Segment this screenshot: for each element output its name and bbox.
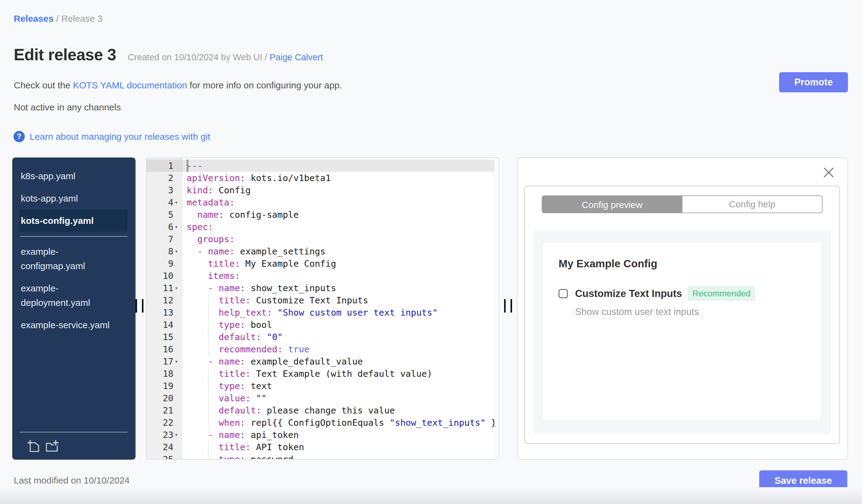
file-item-example-configmap.yaml[interactable]: example-configmap.yaml [19,240,128,277]
bottom-gradient [0,487,862,504]
channel-status: Not active in any channels [14,102,121,112]
git-help-row: ? Learn about managing your releases wit… [13,131,210,142]
line-number: 8 [168,245,173,257]
file-list-divider [20,236,128,237]
line-number: 18 [163,368,173,380]
config-preview-panel: Config previewConfig help My Example Con… [517,158,848,460]
code-line-12: 12 title: Customize Text Inputs [146,294,494,306]
git-releases-link[interactable]: Learn about managing your releases with … [30,132,210,142]
line-number: 19 [163,380,173,392]
preview-tabs: Config previewConfig help [542,196,823,213]
created-meta: Created on 10/10/2024 by Web UI / Paige … [128,52,323,62]
code-line-21: 21 default: please change this value [146,404,494,416]
line-number: 15 [163,331,173,343]
sidebar-footer [19,432,128,460]
code-line-15: 15 default: "0" [146,331,494,343]
fold-toggle-icon[interactable]: ▾ [173,245,183,257]
file-sidebar: k8s-app.yamlkots-app.yamlkots-config.yam… [12,158,135,460]
config-group-title: My Example Config [559,257,820,270]
kots-yaml-docs-link[interactable]: KOTS YAML documentation [73,80,187,90]
file-item-example-service.yaml[interactable]: example-service.yaml [19,314,128,336]
line-number: 3 [168,184,173,196]
fold-toggle-icon[interactable]: ▾ [173,355,183,368]
author-link[interactable]: Paige Calvert [270,52,323,62]
code-line-25: 25 type: password [146,453,494,460]
line-number: 14 [163,319,173,331]
fold-toggle-icon[interactable]: ▾ [173,221,183,233]
config-item-row: Customize Text Inputs Recommended [559,286,820,301]
code-line-13: 13 help_text: "Show custom user text inp… [146,306,494,319]
code-line-6: 6▾spec: [146,221,494,233]
code-line-19: 19 type: text [146,380,494,392]
config-item-help-text: Show custom user text inputs [575,306,820,317]
code-line-18: 18 title: Text Example (with default val… [146,368,494,380]
add-file-icon[interactable] [26,439,41,453]
yaml-code-editor[interactable]: 1---2apiVersion: kots.io/v1beta13kind: C… [146,158,499,460]
line-number: 17 [163,355,173,368]
recommended-badge: Recommended [688,286,756,301]
docs-line: Check out the KOTS YAML documentation fo… [14,80,342,91]
code-line-24: 24 title: API token [146,441,494,453]
question-mark-icon: ? [13,131,25,142]
breadcrumb-releases-link[interactable]: Releases [14,13,53,24]
file-item-kots-app.yaml[interactable]: kots-app.yaml [19,187,128,210]
code-line-2: 2apiVersion: kots.io/v1beta1 [146,172,494,184]
line-number: 5 [168,209,173,221]
save-release-button[interactable]: Save release [759,470,847,491]
code-line-11: 11▾ - name: show_text_inputs [146,282,494,294]
docs-after: for more info on configuring your app. [187,80,342,90]
line-number: 9 [168,257,173,270]
breadcrumb-current: Release 3 [61,13,103,24]
code-lines: 1---2apiVersion: kots.io/v1beta13kind: C… [146,160,494,460]
line-number: 11 [163,282,173,294]
fold-toggle-icon[interactable]: ▾ [173,429,183,441]
code-line-3: 3kind: Config [146,184,494,196]
line-number: 10 [163,270,173,282]
file-item-k8s-app.yaml[interactable]: k8s-app.yaml [19,165,128,187]
code-line-22: 22 when: repl{{ ConfigOptionEquals "show… [146,416,494,429]
title-row: Edit release 3 Created on 10/10/2024 by … [14,45,323,64]
line-number: 13 [163,306,173,319]
line-number: 20 [163,392,173,404]
page-title: Edit release 3 [14,45,116,64]
code-line-23: 23▾ - name: api_token [146,429,494,441]
promote-button[interactable]: Promote [779,72,848,92]
file-list: k8s-app.yamlkots-app.yamlkots-config.yam… [12,158,135,336]
line-number: 25 [163,453,173,460]
code-line-5: 5 name: config-sample [146,209,494,221]
code-line-4: 4▾metadata: [146,196,494,209]
config-form: My Example Config Customize Text Inputs … [543,243,820,420]
last-modified-text: Last modified on 10/10/2024 [14,475,130,486]
code-line-14: 14 type: bool [146,319,494,331]
config-render-area: My Example Config Customize Text Inputs … [534,230,831,434]
code-line-1: 1--- [146,160,494,172]
sidebar-resize-handle[interactable] [135,299,144,313]
customize-text-inputs-checkbox[interactable] [559,289,568,298]
tab-config-preview[interactable]: Config preview [542,196,682,213]
created-text: Created on 10/10/2024 by Web UI / [128,52,270,62]
add-folder-icon[interactable] [45,439,59,453]
code-line-10: 10 items: [146,270,494,282]
fold-toggle-icon[interactable]: ▾ [173,196,183,209]
tab-config-help[interactable]: Config help [682,196,823,213]
code-line-20: 20 value: "" [146,392,494,404]
preview-card: Config previewConfig help My Example Con… [524,186,840,444]
editor-scrollbar[interactable] [494,158,499,459]
fold-toggle-icon[interactable]: ▾ [173,282,183,294]
line-number: 22 [163,416,173,429]
line-number: 7 [168,233,173,245]
docs-before: Check out the [14,80,73,90]
file-item-example-deployment.yaml[interactable]: example-deployment.yaml [19,277,128,314]
line-number: 16 [163,343,173,355]
code-line-16: 16 recommended: true [146,343,494,355]
close-icon[interactable] [823,167,835,178]
line-number: 4 [168,196,173,209]
file-item-kots-config.yaml[interactable]: kots-config.yaml [19,210,128,232]
line-number: 6 [168,221,173,233]
code-line-8: 8▾ - name: example_settings [146,245,494,257]
code-line-9: 9 title: My Example Config [146,257,494,270]
editor-resize-handle[interactable] [504,299,513,313]
code-line-17: 17▾ - name: example_default_value [146,355,494,368]
line-number: 1 [168,160,173,172]
line-number: 23 [163,429,173,441]
